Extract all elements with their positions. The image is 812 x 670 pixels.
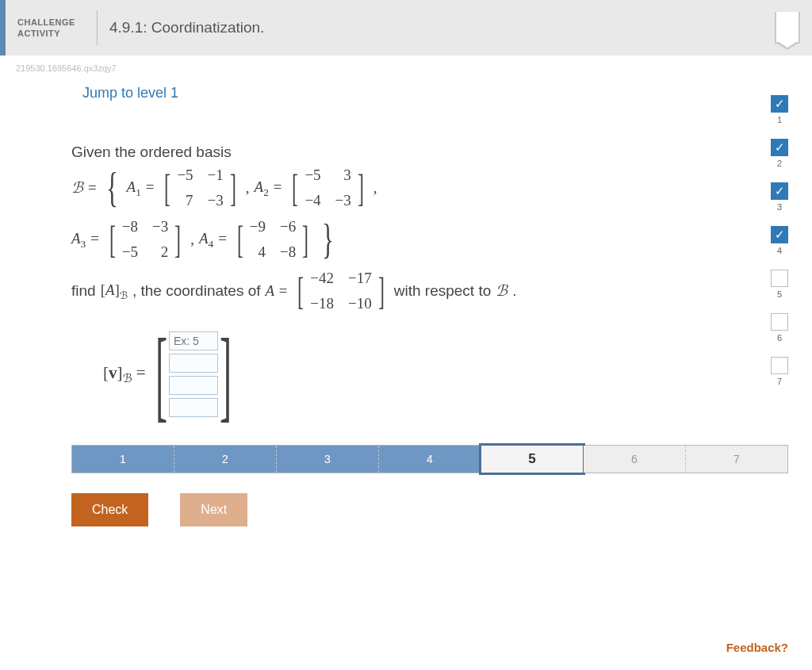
matrix-A: [ −42 −18 −17 −10 ] bbox=[294, 267, 387, 316]
vB-label: [v]ℬ = bbox=[103, 361, 146, 387]
matrix-A1: [ −5 7 −1 −3 ] bbox=[161, 164, 239, 212]
answer-input-4[interactable] bbox=[169, 398, 218, 417]
problem-intro: Given the ordered basis bbox=[71, 141, 788, 164]
check-button[interactable]: Check bbox=[71, 493, 148, 526]
progress-item-3: ✓3 bbox=[771, 182, 788, 212]
coords-text: , the coordinates of bbox=[132, 280, 261, 303]
progress-number: 5 bbox=[777, 289, 782, 299]
level-cell-6[interactable]: 6 bbox=[584, 446, 686, 473]
progress-item-2: ✓2 bbox=[771, 139, 788, 168]
matrix-A2: [ −5 −4 3 −3 ] bbox=[289, 164, 366, 212]
header-tag-line1: CHALLENGE bbox=[17, 17, 75, 27]
A4-symbol: A4 = bbox=[199, 228, 228, 252]
level-cell-5[interactable]: 5 bbox=[481, 446, 584, 473]
basis-B: ℬ = bbox=[71, 177, 98, 200]
level-cell-2[interactable]: 2 bbox=[174, 446, 277, 473]
matrix-A3: [ −8 −5 −3 2 ] bbox=[106, 216, 184, 264]
level-cell-1[interactable]: 1 bbox=[72, 446, 174, 473]
next-button[interactable]: Next bbox=[180, 493, 247, 526]
progress-number: 2 bbox=[777, 159, 782, 168]
progress-number: 6 bbox=[777, 333, 782, 343]
brace-open-icon: { bbox=[106, 167, 118, 209]
wrt-text: with respect to bbox=[394, 280, 492, 303]
answer-row: [v]ℬ = [ ] bbox=[103, 331, 788, 417]
A3-symbol: A3 = bbox=[71, 228, 100, 252]
basis-row-1: ℬ = { A1 = [ −5 7 −1 −3 ] , A2 = [ bbox=[71, 164, 788, 212]
brace-close-icon: } bbox=[322, 219, 334, 260]
header-divider bbox=[97, 10, 98, 45]
basis-B2: ℬ bbox=[496, 280, 508, 303]
A-sub-B: [A]ℬ bbox=[101, 279, 128, 304]
level-cell-7[interactable]: 7 bbox=[686, 446, 787, 473]
level-bar: 1234567 bbox=[71, 445, 788, 473]
progress-item-7: 7 bbox=[771, 357, 788, 386]
progress-number: 1 bbox=[777, 115, 782, 124]
basis-row-2: A3 = [ −8 −5 −3 2 ] , A4 = [ −9 bbox=[71, 216, 788, 264]
buttons-row: Check Next bbox=[71, 493, 788, 526]
A2-symbol: A2 = bbox=[255, 176, 283, 201]
progress-number: 3 bbox=[777, 202, 782, 212]
matrix-A4: [ −9 4 −6 −8 ] bbox=[234, 216, 312, 264]
progress-item-6: 6 bbox=[771, 313, 788, 343]
A-eq: A = bbox=[266, 280, 289, 303]
progress-item-1: ✓1 bbox=[771, 95, 788, 124]
answer-input-2[interactable] bbox=[169, 354, 218, 373]
answer-vector: [ ] bbox=[154, 331, 234, 417]
progress-number: 4 bbox=[777, 246, 782, 255]
header-bar: CHALLENGE ACTIVITY 4.9.1: Coordinatizati… bbox=[0, 0, 812, 56]
find-prefix: find bbox=[71, 280, 96, 303]
progress-item-4: ✓4 bbox=[771, 226, 788, 255]
header-tag-line2: ACTIVITY bbox=[17, 29, 60, 38]
header-tag: CHALLENGE ACTIVITY bbox=[17, 17, 85, 40]
check-icon: ✓ bbox=[771, 139, 788, 156]
problem-statement: Given the ordered basis ℬ = { A1 = [ −5 … bbox=[71, 141, 788, 417]
level-cell-4[interactable]: 4 bbox=[379, 446, 481, 473]
feedback-link[interactable]: Feedback? bbox=[726, 641, 788, 654]
jump-to-level-link[interactable]: Jump to level 1 bbox=[82, 85, 788, 101]
activity-id: 219530.1695646.qx3zqy7 bbox=[0, 56, 812, 73]
progress-box-empty bbox=[771, 270, 788, 287]
check-icon: ✓ bbox=[771, 95, 788, 113]
progress-item-5: 5 bbox=[771, 270, 788, 299]
header-title: 4.9.1: Coordinatization. bbox=[109, 19, 264, 36]
progress-column: ✓1✓2✓3✓4567 bbox=[771, 95, 788, 386]
level-cell-3[interactable]: 3 bbox=[277, 446, 379, 473]
check-icon: ✓ bbox=[771, 226, 788, 243]
content-area: Jump to level 1 Given the ordered basis … bbox=[0, 73, 812, 550]
answer-input-1[interactable] bbox=[169, 331, 218, 350]
find-row: find [A]ℬ , the coordinates of A = [ −42… bbox=[71, 267, 788, 316]
progress-box-empty bbox=[771, 313, 788, 331]
challenge-container: CHALLENGE ACTIVITY 4.9.1: Coordinatizati… bbox=[0, 0, 812, 670]
check-icon: ✓ bbox=[771, 182, 788, 200]
progress-number: 7 bbox=[777, 377, 782, 386]
bookmark-icon[interactable] bbox=[775, 12, 800, 44]
answer-input-3[interactable] bbox=[169, 376, 218, 395]
progress-box-empty bbox=[771, 357, 788, 374]
A1-symbol: A1 = bbox=[127, 176, 155, 201]
